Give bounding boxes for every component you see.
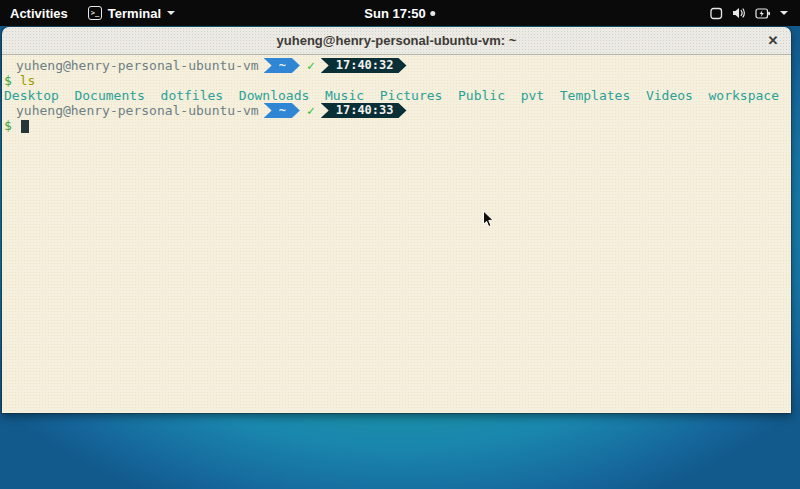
prompt-user: yuheng@henry-personal-ubuntu-vm (16, 103, 259, 118)
battery-charging-icon (755, 7, 771, 20)
screen-icon (710, 7, 723, 20)
directory-item: Templates (560, 88, 630, 103)
topbar-right (698, 0, 800, 26)
terminal-cursor (21, 120, 29, 133)
prompt-user: yuheng@henry-personal-ubuntu-vm (16, 58, 259, 73)
powerline-cwd-segment: ~ (264, 103, 300, 118)
directory-item: Documents (74, 88, 144, 103)
directory-item: Videos (646, 88, 693, 103)
powerline-time-segment: 17:40:32 (321, 58, 407, 73)
terminal-content[interactable]: yuheng@henry-personal-ubuntu-vm ~ ✓ 17:4… (2, 55, 791, 413)
directory-item: Desktop (4, 88, 59, 103)
window-titlebar[interactable]: yuheng@henry-personal-ubuntu-vm: ~ ✕ (2, 27, 791, 55)
terminal-app-icon: >_ (88, 6, 102, 20)
check-icon: ✓ (307, 103, 315, 118)
clock-button[interactable]: Sun 17:50 (364, 0, 435, 26)
desktop-screen: Activities >_ Terminal Sun 17:50 (0, 0, 800, 489)
directory-item: Music (325, 88, 364, 103)
volume-icon (732, 7, 746, 19)
directory-item: Downloads (239, 88, 309, 103)
app-menu-terminal[interactable]: >_ Terminal (78, 0, 185, 26)
command-text: ls (20, 73, 36, 88)
clock-label: Sun 17:50 (364, 6, 425, 21)
topbar-left: Activities >_ Terminal (0, 0, 185, 26)
prompt-symbol: $ (4, 118, 12, 133)
notification-dot-icon (431, 11, 436, 16)
directory-item: Public (458, 88, 505, 103)
command-line: $ ls (4, 73, 789, 88)
top-bar: Activities >_ Terminal Sun 17:50 (0, 0, 800, 26)
terminal-window: yuheng@henry-personal-ubuntu-vm: ~ ✕ yuh… (2, 27, 791, 413)
chevron-down-icon (167, 11, 175, 15)
prompt-symbol: $ (4, 73, 12, 88)
directory-item: workspace (709, 88, 779, 103)
mouse-cursor-icon (482, 210, 495, 229)
check-icon: ✓ (307, 58, 315, 73)
powerline-cwd-segment: ~ (264, 58, 300, 73)
directory-item: dotfiles (161, 88, 224, 103)
app-menu-label: Terminal (108, 6, 161, 21)
activities-button[interactable]: Activities (0, 0, 78, 26)
window-title: yuheng@henry-personal-ubuntu-vm: ~ (277, 33, 517, 48)
directory-item: pvt (521, 88, 544, 103)
directory-listing: Desktop Documents dotfiles Downloads Mus… (4, 88, 789, 103)
input-line[interactable]: $ (4, 118, 789, 133)
chevron-down-icon (780, 11, 788, 15)
desktop-wallpaper: yuheng@henry-personal-ubuntu-vm: ~ ✕ yuh… (0, 26, 800, 489)
system-status-menu[interactable] (698, 0, 800, 26)
prompt-line: yuheng@henry-personal-ubuntu-vm ~ ✓ 17:4… (4, 58, 789, 73)
powerline-time-segment: 17:40:33 (321, 103, 407, 118)
close-button[interactable]: ✕ (764, 32, 782, 50)
directory-item: Pictures (380, 88, 443, 103)
prompt-line: yuheng@henry-personal-ubuntu-vm ~ ✓ 17:4… (4, 103, 789, 118)
